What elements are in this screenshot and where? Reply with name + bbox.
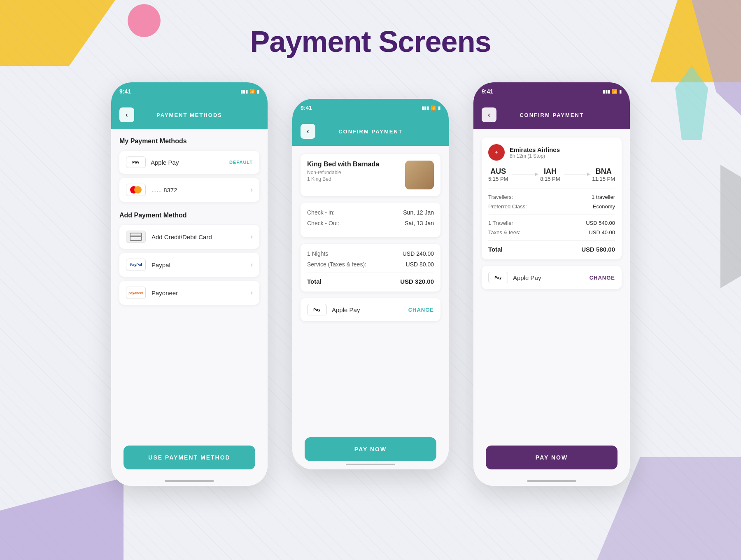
card-icon-inner <box>130 233 142 241</box>
total-value-right: USD 580.00 <box>581 246 615 253</box>
change-button-center[interactable]: CHANGE <box>408 307 434 313</box>
route-from-time: 5:15 PM <box>488 176 508 182</box>
notch-left <box>161 82 218 94</box>
apple-pay-label: Apple Pay <box>151 159 229 166</box>
total-label-center: Total <box>307 278 322 285</box>
traveller-cost-row: 1 Traveller USD 540.00 <box>488 220 615 226</box>
bg-purple-right <box>692 0 741 115</box>
bg-teal-right <box>675 66 708 140</box>
add-card-label: Add Credit/Debit Card <box>151 233 251 240</box>
booking-image <box>405 161 434 189</box>
bg-pink-circle <box>128 4 161 37</box>
back-button-right[interactable]: ‹ <box>482 107 496 122</box>
phone-center-body: King Bed with Barnada Non-refundable 1 K… <box>292 146 449 469</box>
paypal-icon: PayPal <box>126 259 146 271</box>
change-button-right[interactable]: CHANGE <box>590 275 615 281</box>
arrow-line-2 <box>564 175 588 175</box>
route-to: BNA 11:15 PM <box>592 167 615 182</box>
add-card-method[interactable]: Add Credit/Debit Card › <box>119 225 259 249</box>
route-row: AUS 5:15 PM IAH 8:15 PM BNA <box>488 167 615 182</box>
header-right: ‹ CONFIRM PAYMENT <box>473 100 630 129</box>
back-button-center[interactable]: ‹ <box>301 124 315 139</box>
time-left: 9:41 <box>119 88 131 95</box>
route-to-code: BNA <box>592 167 615 176</box>
airline-logo-text: ✈ <box>495 151 498 154</box>
header-title-right: CONFIRM PAYMENT <box>520 112 584 118</box>
class-row: Preferred Class: Economy <box>488 203 615 210</box>
phones-container: 9:41 ▮▮▮ 📶 ▮ ‹ PAYMENT METHODS My Paymen… <box>111 82 630 486</box>
airline-duration: 8h 12m (1 Stop) <box>510 153 560 159</box>
header-title-left: PAYMENT METHODS <box>156 112 222 118</box>
apple-pay-badge: DEFAULT <box>229 160 253 165</box>
nights-label: 1 Nights <box>307 250 328 257</box>
payment-row-center: Pay Apple Pay CHANGE <box>301 298 440 321</box>
signal-icon-r: ▮▮▮ <box>603 89 610 94</box>
signal-icon: ▮▮▮ <box>240 89 248 94</box>
route-from-code: AUS <box>488 167 508 176</box>
booking-image-inner <box>405 161 434 189</box>
phone-left-body: My Payment Methods Pay Apple Pay DEFAULT <box>111 129 268 486</box>
class-value: Economy <box>593 203 615 210</box>
use-payment-button[interactable]: USE PAYMENT METHOD <box>124 446 255 469</box>
home-indicator-right <box>527 480 576 482</box>
nights-value: USD 240.00 <box>403 250 434 257</box>
booking-non-refundable: Non-refundable <box>307 170 399 175</box>
flight-card: ✈ Emirates Airlines 8h 12m (1 Stop) AUS … <box>482 138 622 259</box>
phone-right: 9:41 ▮▮▮ 📶 ▮ ‹ CONFIRM PAYMENT ✈ <box>473 82 630 486</box>
wifi-icon: 📶 <box>249 89 255 94</box>
checkout-value: Sat, 13 Jan <box>405 220 434 226</box>
mastercard-icon <box>126 184 146 196</box>
header-title-center: CONFIRM PAYMENT <box>338 128 403 135</box>
service-label: Service (Taxes & fees): <box>307 261 366 268</box>
pay-now-button-right[interactable]: PAY NOW <box>486 446 618 469</box>
route-arrow-1 <box>508 175 540 175</box>
phone-center: 9:41 ▮▮▮ 📶 ▮ ‹ CONFIRM PAYMENT King Bed … <box>292 99 449 469</box>
checkin-value: Sun, 12 Jan <box>403 209 434 216</box>
header-left: ‹ PAYMENT METHODS <box>111 100 268 129</box>
service-row: Service (Taxes & fees): USD 80.00 <box>307 261 434 268</box>
add-methods-section: Add Payment Method Add Credit/Debit Card… <box>119 212 259 305</box>
bg-gray-right <box>720 165 741 288</box>
payment-applepay-icon-c: Pay <box>307 304 327 315</box>
apple-pay-method[interactable]: Pay Apple Pay DEFAULT <box>119 151 259 174</box>
mastercard-method[interactable]: ...... 8372 › <box>119 178 259 202</box>
back-button-left[interactable]: ‹ <box>119 107 134 122</box>
battery-icon: ▮ <box>257 89 259 94</box>
total-row-right: Total USD 580.00 <box>488 246 615 253</box>
travellers-label: Travellers: <box>488 194 513 200</box>
airline-logo: ✈ <box>488 144 505 161</box>
mastercard-chevron: › <box>251 186 253 194</box>
status-icons-right: ▮▮▮ 📶 ▮ <box>603 89 622 94</box>
payment-row-right: Pay Apple Pay CHANGE <box>482 266 622 289</box>
paypal-label: Paypal <box>151 261 251 268</box>
route-arrow-2 <box>560 175 592 175</box>
route-stop: IAH 8:15 PM <box>540 167 560 182</box>
total-label-right: Total <box>488 246 503 253</box>
battery-icon-c: ▮ <box>438 105 440 111</box>
home-indicator-left <box>165 480 214 482</box>
add-methods-title: Add Payment Method <box>119 212 259 219</box>
payoneer-label: Payoneer <box>151 289 251 296</box>
bg-yellow-top <box>0 0 115 66</box>
status-icons-left: ▮▮▮ 📶 ▮ <box>240 89 259 94</box>
payment-applepay-icon-r: Pay <box>488 272 508 283</box>
route-stop-time: 8:15 PM <box>540 176 560 182</box>
booking-name: King Bed with Barnada <box>307 161 399 168</box>
pay-now-button-center[interactable]: PAY NOW <box>305 437 436 461</box>
wifi-icon-r: 📶 <box>612 89 618 94</box>
add-card-chevron: › <box>251 233 253 240</box>
flight-divider-1 <box>488 189 615 189</box>
travellers-row: Travellers: 1 traveller <box>488 194 615 200</box>
time-center: 9:41 <box>301 105 312 111</box>
class-label: Preferred Class: <box>488 203 527 210</box>
taxes-row: Taxes & fees: USD 40.00 <box>488 229 615 236</box>
bg-purple-bottom-left <box>0 478 124 560</box>
paypal-method[interactable]: PayPal Paypal › <box>119 253 259 277</box>
pricing-divider <box>307 273 434 273</box>
total-value-center: USD 320.00 <box>400 278 434 285</box>
booking-bed-type: 1 King Bed <box>307 176 399 182</box>
payoneer-method[interactable]: payoneer Payoneer › <box>119 281 259 305</box>
battery-icon-r: ▮ <box>619 89 622 94</box>
notch-center <box>342 99 399 110</box>
payment-method-label-r: Apple Pay <box>513 274 590 281</box>
